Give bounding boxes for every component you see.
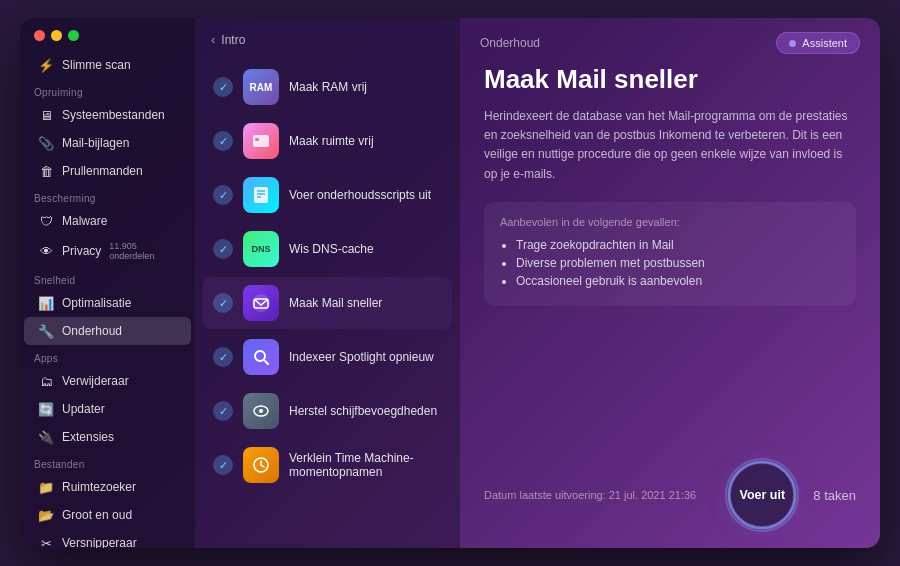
right-content: Maak Mail sneller Herindexeert de databa… [460,64,880,446]
slimme-scan-label: Slimme scan [62,58,131,72]
svg-line-14 [261,465,264,467]
section-label-bestanden: Bestanden [20,451,195,473]
groot-en-oud-label: Groot en oud [62,508,132,522]
task-icon-mail [243,285,279,321]
sidebar-item-mail-bijlagen[interactable]: 📎 Mail-bijlagen [24,129,191,157]
svg-rect-2 [254,187,268,203]
task-icon-ram: RAM [243,69,279,105]
onderhoud-label: Onderhoud [62,324,122,338]
privacy-icon: 👁 [38,243,54,259]
task-check-disk: ✓ [213,401,233,421]
window-controls [20,30,195,51]
updater-label: Updater [62,402,105,416]
sidebar-item-verwijderaar[interactable]: 🗂 Verwijderaar [24,367,191,395]
versnipperaar-icon: ✂ [38,535,54,548]
prullenmanden-icon: 🗑 [38,163,54,179]
verwijderaar-label: Verwijderaar [62,374,129,388]
run-button[interactable]: Voer uit [731,464,793,526]
svg-rect-1 [255,138,259,141]
svg-point-11 [259,409,263,413]
recommended-title: Aanbevolen in de volgende gevallen: [500,216,840,228]
task-item-maak-ruimte-vrij[interactable]: ✓ Maak ruimte vrij [203,115,452,167]
run-area: Voer uit 8 taken [725,458,856,532]
ruimtezoeker-label: Ruimtezoeker [62,480,136,494]
assistant-button[interactable]: Assistent [776,32,860,54]
malware-icon: 🛡 [38,213,54,229]
back-arrow-icon: ‹ [211,32,215,47]
svg-line-9 [264,360,268,364]
recommended-section: Aanbevolen in de volgende gevallen: Trag… [484,202,856,306]
sidebar-item-slimme-scan[interactable]: ⚡ Slimme scan [24,51,191,79]
task-check-time-machine: ✓ [213,455,233,475]
section-label-opruiming: Opruiming [20,79,195,101]
task-list-panel: ‹ Intro ✓ RAM Maak RAM vrij ✓ Maak ruimt… [195,18,460,548]
task-list: ✓ RAM Maak RAM vrij ✓ Maak ruimte vrij ✓… [195,57,460,548]
assistant-label: Assistent [802,37,847,49]
sidebar-item-prullenmanden[interactable]: 🗑 Prullenmanden [24,157,191,185]
main-title: Maak Mail sneller [484,64,856,95]
task-label-dns: Wis DNS-cache [289,242,442,256]
task-icon-dns: DNS [243,231,279,267]
section-label-bescherming: Bescherming [20,185,195,207]
maximize-button[interactable] [68,30,79,41]
versnipperaar-label: Versnipperaar [62,536,137,548]
recommended-list: Trage zoekopdrachten in Mail Diverse pro… [500,238,840,288]
mail-bijlagen-label: Mail-bijlagen [62,136,129,150]
bottom-bar: Datum laatste uitvoering: 21 jul. 2021 2… [460,446,880,548]
verwijderaar-icon: 🗂 [38,373,54,389]
task-item-herstel-schijfbevoegdheden[interactable]: ✓ Herstel schijfbevoegdheden [203,385,452,437]
task-icon-time-machine [243,447,279,483]
systeembestanden-icon: 🖥 [38,107,54,123]
task-item-verklein-time-machine[interactable]: ✓ Verklein Time Machine-momentopnamen [203,439,452,491]
sidebar-item-privacy[interactable]: 👁 Privacy 11.905 onderdelen [24,235,191,267]
task-check-spotlight: ✓ [213,347,233,367]
extensies-icon: 🔌 [38,429,54,445]
updater-icon: 🔄 [38,401,54,417]
task-icon-spotlight [243,339,279,375]
onderhoud-icon: 🔧 [38,323,54,339]
assistant-dot-icon [789,40,796,47]
close-button[interactable] [34,30,45,41]
privacy-badge: 11.905 onderdelen [109,241,177,261]
sidebar-item-updater[interactable]: 🔄 Updater [24,395,191,423]
ruimtezoeker-icon: 📁 [38,479,54,495]
task-icon-disk [243,393,279,429]
svg-rect-0 [253,135,269,147]
task-item-maak-ram-vrij[interactable]: ✓ RAM Maak RAM vrij [203,61,452,113]
task-item-wis-dns-cache[interactable]: ✓ DNS Wis DNS-cache [203,223,452,275]
section-label: Onderhoud [480,36,540,50]
recommended-item-3: Occasioneel gebruik is aanbevolen [516,274,840,288]
task-icon-scripts [243,177,279,213]
sidebar-item-extensies[interactable]: 🔌 Extensies [24,423,191,451]
task-item-indexeer-spotlight[interactable]: ✓ Indexeer Spotlight opnieuw [203,331,452,383]
sidebar-item-malware[interactable]: 🛡 Malware [24,207,191,235]
right-panel: Onderhoud Assistent Maak Mail sneller He… [460,18,880,548]
minimize-button[interactable] [51,30,62,41]
sidebar-item-onderhoud[interactable]: 🔧 Onderhoud [24,317,191,345]
slimme-scan-icon: ⚡ [38,57,54,73]
optimalisatie-label: Optimalisatie [62,296,131,310]
task-item-maak-mail-sneller[interactable]: ✓ Maak Mail sneller [203,277,452,329]
prullenmanden-label: Prullenmanden [62,164,143,178]
sidebar-item-versnipperaar[interactable]: ✂ Versnipperaar [24,529,191,548]
middle-header: ‹ Intro [195,18,460,57]
task-label-spotlight: Indexeer Spotlight opnieuw [289,350,442,364]
right-header: Onderhoud Assistent [460,18,880,64]
task-label-disk: Herstel schijfbevoegdheden [289,404,442,418]
sidebar-item-ruimtezoeker[interactable]: 📁 Ruimtezoeker [24,473,191,501]
privacy-label: Privacy [62,244,101,258]
description: Herindexeert de database van het Mail-pr… [484,107,856,184]
last-run-text: Datum laatste uitvoering: 21 jul. 2021 2… [484,489,696,501]
optimalisatie-icon: 📊 [38,295,54,311]
task-item-onderhoudsscripts[interactable]: ✓ Voer onderhoudsscripts uit [203,169,452,221]
extensies-label: Extensies [62,430,114,444]
task-label-scripts: Voer onderhoudsscripts uit [289,188,442,202]
back-label: Intro [221,33,245,47]
section-label-snelheid: Snelheid [20,267,195,289]
sidebar-item-systeembestanden[interactable]: 🖥 Systeembestanden [24,101,191,129]
sidebar-item-optimalisatie[interactable]: 📊 Optimalisatie [24,289,191,317]
sidebar-item-groot-en-oud[interactable]: 📂 Groot en oud [24,501,191,529]
main-window: ⚡ Slimme scan Opruiming 🖥 Systeembestand… [20,18,880,548]
task-label-mail: Maak Mail sneller [289,296,442,310]
task-check-scripts: ✓ [213,185,233,205]
